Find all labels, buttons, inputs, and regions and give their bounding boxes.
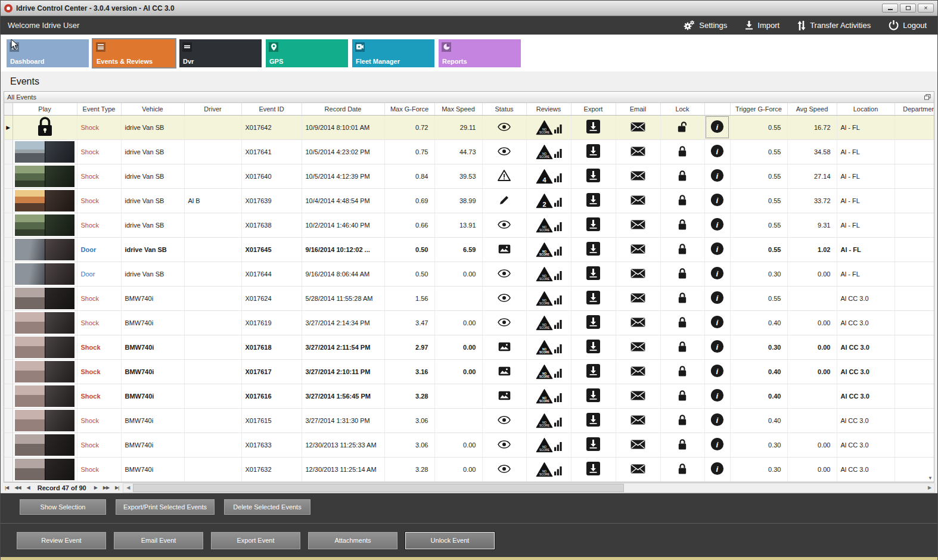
nav-last-button[interactable]: ▶| xyxy=(113,485,120,490)
scroll-right-icon[interactable]: ▶ xyxy=(925,485,934,490)
export-cell[interactable] xyxy=(571,164,616,188)
tile-gps[interactable]: GPS xyxy=(266,39,348,67)
info-icon[interactable]: i xyxy=(710,169,724,182)
nav-first-button[interactable]: |◀ xyxy=(3,485,10,490)
maximize-grid-icon[interactable] xyxy=(924,94,931,100)
event-row[interactable]: Shockidrive Van SBX01763810/2/2014 1:46:… xyxy=(4,213,934,237)
reviews-cell[interactable]: NOSCORE xyxy=(526,310,571,335)
status-cell[interactable] xyxy=(482,213,526,237)
email-cell[interactable] xyxy=(616,433,660,457)
event-row[interactable]: Dooridrive Van SBX0176459/16/2014 10:12:… xyxy=(4,237,934,262)
unlocked-icon[interactable] xyxy=(677,121,688,133)
lock-cell[interactable] xyxy=(660,359,704,384)
email-cell[interactable] xyxy=(616,335,660,359)
status-cell[interactable] xyxy=(482,310,526,335)
email-envelope-icon[interactable] xyxy=(630,318,645,327)
status-cell[interactable] xyxy=(482,335,526,359)
locked-icon[interactable] xyxy=(678,194,687,206)
reviews-cell[interactable]: NOSCORE xyxy=(526,115,571,139)
export-cell[interactable] xyxy=(571,139,616,164)
email-cell[interactable] xyxy=(616,237,660,262)
lock-cell[interactable] xyxy=(660,237,704,262)
email-envelope-icon[interactable] xyxy=(630,171,645,181)
info-icon[interactable]: i xyxy=(710,413,724,427)
locked-icon[interactable] xyxy=(678,243,687,255)
event-video-thumbnail[interactable] xyxy=(15,190,74,211)
tile-fleet-manager[interactable]: Fleet Manager xyxy=(352,39,434,67)
locked-icon[interactable] xyxy=(678,341,687,353)
minimize-button[interactable] xyxy=(882,4,898,13)
nav-prev-page-button[interactable]: ◀◀ xyxy=(13,485,22,490)
locked-icon[interactable] xyxy=(678,316,687,328)
nav-next-page-button[interactable]: ▶▶ xyxy=(101,485,111,490)
show-selection-button[interactable]: Show Selection xyxy=(20,499,106,515)
event-row[interactable]: Shockidrive Van SBX01764010/5/2014 4:12:… xyxy=(4,164,934,188)
locked-icon[interactable] xyxy=(678,267,687,279)
email-cell[interactable] xyxy=(616,310,660,335)
event-row[interactable]: Shockidrive Van SBAl BX01763910/4/2014 4… xyxy=(4,188,934,213)
status-cell[interactable] xyxy=(482,433,526,457)
email-envelope-icon[interactable] xyxy=(630,195,645,205)
status-cell[interactable] xyxy=(482,408,526,433)
info-cell[interactable]: i xyxy=(704,115,730,139)
reviews-cell[interactable]: NOSCORE xyxy=(526,213,571,237)
export-download-icon[interactable] xyxy=(586,193,600,207)
tile-dvr[interactable]: Dvr xyxy=(179,39,262,67)
lock-cell[interactable] xyxy=(660,457,704,481)
export-download-icon[interactable] xyxy=(586,462,600,475)
play-cell[interactable] xyxy=(13,188,77,213)
play-cell[interactable] xyxy=(13,335,77,359)
info-icon[interactable]: i xyxy=(710,242,724,256)
email-cell[interactable] xyxy=(616,213,660,237)
export-cell[interactable] xyxy=(571,286,616,310)
maximize-button[interactable] xyxy=(900,4,916,13)
scrollbar-thumb[interactable] xyxy=(133,484,624,492)
info-cell[interactable]: i xyxy=(704,359,730,384)
event-video-thumbnail[interactable] xyxy=(15,434,74,456)
info-icon[interactable]: i xyxy=(710,462,724,475)
export-download-icon[interactable] xyxy=(586,217,600,231)
email-envelope-icon[interactable] xyxy=(630,269,645,278)
info-icon[interactable]: i xyxy=(710,193,724,207)
reviews-cell[interactable]: NOSCORE xyxy=(526,335,571,359)
info-cell[interactable]: i xyxy=(704,213,730,237)
event-video-thumbnail[interactable] xyxy=(15,459,74,480)
lock-cell[interactable] xyxy=(660,433,704,457)
export-download-icon[interactable] xyxy=(586,242,600,256)
status-cell[interactable] xyxy=(482,188,526,213)
email-envelope-icon[interactable] xyxy=(630,391,645,400)
transfer-activities-button[interactable]: Transfer Activities xyxy=(797,21,871,30)
locked-icon[interactable] xyxy=(678,145,687,157)
locked-icon[interactable] xyxy=(678,170,687,182)
email-cell[interactable] xyxy=(616,457,660,481)
reviews-cell[interactable]: 2 xyxy=(526,188,571,213)
unlock-event-button[interactable]: Unlock Event xyxy=(405,532,495,549)
event-row[interactable]: ShockBMW740iX0176173/27/2014 2:10:11 PM3… xyxy=(4,359,934,384)
event-video-thumbnail[interactable] xyxy=(15,312,74,334)
review-event-button[interactable]: Review Event xyxy=(17,532,106,549)
reviews-cell[interactable]: NOSCORE xyxy=(526,262,571,286)
info-cell[interactable]: i xyxy=(704,164,730,188)
event-row[interactable]: ShockBMW740iX0176153/27/2014 1:31:30 PM3… xyxy=(4,408,934,433)
reviews-cell[interactable]: NOSCORE xyxy=(526,457,571,481)
export-download-icon[interactable] xyxy=(586,388,600,402)
event-video-thumbnail[interactable] xyxy=(15,385,74,407)
play-cell[interactable] xyxy=(13,310,77,335)
export-cell[interactable] xyxy=(571,188,616,213)
export-download-icon[interactable] xyxy=(586,413,600,427)
scroll-left-icon[interactable]: ◀ xyxy=(123,485,133,490)
email-cell[interactable] xyxy=(616,359,660,384)
export-cell[interactable] xyxy=(571,408,616,433)
delete-selected-events-button[interactable]: Delete Selected Events xyxy=(224,499,310,515)
export-cell[interactable] xyxy=(571,384,616,408)
close-button[interactable]: × xyxy=(918,4,934,13)
export-download-icon[interactable] xyxy=(586,144,600,158)
lock-cell[interactable] xyxy=(660,213,704,237)
column-header[interactable]: Record Date xyxy=(302,103,384,115)
email-cell[interactable] xyxy=(616,286,660,310)
email-envelope-icon[interactable] xyxy=(630,122,645,132)
export-download-icon[interactable] xyxy=(586,169,600,182)
export-cell[interactable] xyxy=(571,335,616,359)
export-cell[interactable] xyxy=(571,433,616,457)
column-header[interactable]: Department xyxy=(894,103,934,115)
